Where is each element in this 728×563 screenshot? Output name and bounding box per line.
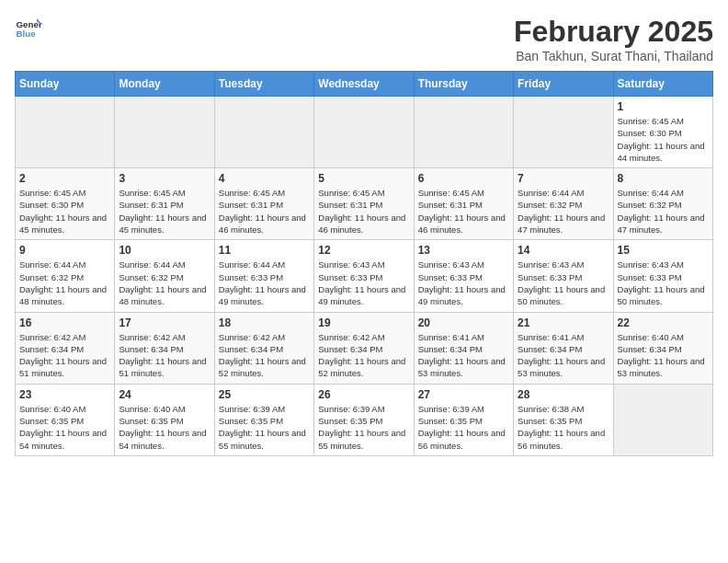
day-number: 13 [418, 244, 509, 257]
weekday-tuesday: Tuesday [214, 72, 313, 97]
main-title: February 2025 [514, 15, 713, 49]
day-info: Sunrise: 6:39 AMSunset: 6:35 PMDaylight:… [318, 403, 409, 452]
day-info: Sunrise: 6:43 AMSunset: 6:33 PMDaylight:… [518, 259, 609, 307]
day-info: Sunrise: 6:43 AMSunset: 6:33 PMDaylight:… [418, 259, 509, 307]
day-number: 16 [19, 316, 110, 329]
calendar-cell: 19Sunrise: 6:42 AMSunset: 6:34 PMDayligh… [314, 312, 414, 384]
calendar-cell: 24Sunrise: 6:40 AMSunset: 6:35 PMDayligh… [115, 384, 214, 455]
day-number: 21 [518, 316, 609, 329]
weekday-header-row: SundayMondayTuesdayWednesdayThursdayFrid… [16, 72, 713, 97]
day-info: Sunrise: 6:39 AMSunset: 6:35 PMDaylight:… [219, 403, 310, 452]
calendar-cell: 4Sunrise: 6:45 AMSunset: 6:31 PMDaylight… [214, 168, 313, 240]
calendar-cell: 14Sunrise: 6:43 AMSunset: 6:33 PMDayligh… [514, 240, 613, 312]
day-number: 19 [318, 316, 409, 329]
calendar-cell: 20Sunrise: 6:41 AMSunset: 6:34 PMDayligh… [414, 312, 513, 384]
calendar-cell: 18Sunrise: 6:42 AMSunset: 6:34 PMDayligh… [214, 312, 313, 384]
day-info: Sunrise: 6:44 AMSunset: 6:32 PMDaylight:… [518, 187, 609, 236]
day-info: Sunrise: 6:41 AMSunset: 6:34 PMDaylight:… [418, 331, 509, 380]
calendar-cell: 11Sunrise: 6:44 AMSunset: 6:33 PMDayligh… [214, 240, 313, 312]
calendar-cell: 17Sunrise: 6:42 AMSunset: 6:34 PMDayligh… [115, 312, 214, 384]
day-info: Sunrise: 6:42 AMSunset: 6:34 PMDaylight:… [318, 331, 409, 380]
calendar-cell [214, 97, 313, 168]
calendar-table: SundayMondayTuesdayWednesdayThursdayFrid… [15, 71, 713, 456]
calendar-cell: 7Sunrise: 6:44 AMSunset: 6:32 PMDaylight… [514, 168, 613, 240]
weekday-wednesday: Wednesday [314, 72, 414, 97]
day-number: 2 [19, 172, 110, 185]
day-number: 18 [219, 316, 310, 329]
day-info: Sunrise: 6:38 AMSunset: 6:35 PMDaylight:… [518, 403, 609, 452]
day-number: 25 [219, 388, 310, 401]
calendar-cell: 16Sunrise: 6:42 AMSunset: 6:34 PMDayligh… [16, 312, 115, 384]
day-number: 26 [318, 388, 409, 401]
day-info: Sunrise: 6:45 AMSunset: 6:31 PMDaylight:… [119, 187, 210, 236]
day-info: Sunrise: 6:44 AMSunset: 6:32 PMDaylight:… [618, 187, 709, 236]
calendar-cell: 8Sunrise: 6:44 AMSunset: 6:32 PMDaylight… [613, 168, 712, 240]
day-number: 24 [119, 388, 210, 401]
calendar-cell [514, 97, 613, 168]
day-info: Sunrise: 6:45 AMSunset: 6:30 PMDaylight:… [19, 187, 110, 236]
calendar-cell [115, 97, 214, 168]
calendar-cell: 28Sunrise: 6:38 AMSunset: 6:35 PMDayligh… [514, 384, 613, 455]
day-info: Sunrise: 6:42 AMSunset: 6:34 PMDaylight:… [19, 331, 110, 380]
day-number: 12 [318, 244, 409, 257]
day-number: 14 [518, 244, 609, 257]
day-info: Sunrise: 6:40 AMSunset: 6:34 PMDaylight:… [618, 331, 709, 380]
weekday-monday: Monday [115, 72, 214, 97]
calendar-cell [414, 97, 513, 168]
calendar-cell: 15Sunrise: 6:43 AMSunset: 6:33 PMDayligh… [613, 240, 712, 312]
day-number: 23 [19, 388, 110, 401]
day-number: 7 [518, 172, 609, 185]
day-info: Sunrise: 6:43 AMSunset: 6:33 PMDaylight:… [318, 259, 409, 307]
day-number: 10 [119, 244, 210, 257]
day-info: Sunrise: 6:44 AMSunset: 6:32 PMDaylight:… [19, 259, 110, 307]
calendar-cell: 12Sunrise: 6:43 AMSunset: 6:33 PMDayligh… [314, 240, 414, 312]
day-info: Sunrise: 6:39 AMSunset: 6:35 PMDaylight:… [418, 403, 509, 452]
day-number: 20 [418, 316, 509, 329]
weekday-sunday: Sunday [16, 72, 115, 97]
week-row-1: 1Sunrise: 6:45 AMSunset: 6:30 PMDaylight… [16, 97, 713, 168]
day-number: 6 [418, 172, 509, 185]
day-number: 11 [219, 244, 310, 257]
day-number: 9 [19, 244, 110, 257]
day-info: Sunrise: 6:45 AMSunset: 6:30 PMDaylight:… [618, 115, 709, 164]
calendar-cell: 26Sunrise: 6:39 AMSunset: 6:35 PMDayligh… [314, 384, 414, 455]
day-number: 5 [318, 172, 409, 185]
calendar-cell: 10Sunrise: 6:44 AMSunset: 6:32 PMDayligh… [115, 240, 214, 312]
week-row-4: 16Sunrise: 6:42 AMSunset: 6:34 PMDayligh… [16, 312, 713, 384]
svg-text:Blue: Blue [17, 29, 37, 39]
header: General Blue February 2025 Ban Takhun, S… [15, 15, 713, 63]
logo: General Blue [15, 15, 42, 42]
day-info: Sunrise: 6:45 AMSunset: 6:31 PMDaylight:… [418, 187, 509, 236]
day-number: 27 [418, 388, 509, 401]
day-info: Sunrise: 6:40 AMSunset: 6:35 PMDaylight:… [119, 403, 210, 452]
day-info: Sunrise: 6:44 AMSunset: 6:32 PMDaylight:… [119, 259, 210, 307]
calendar-cell: 1Sunrise: 6:45 AMSunset: 6:30 PMDaylight… [613, 97, 712, 168]
calendar-cell [16, 97, 115, 168]
day-number: 4 [219, 172, 310, 185]
week-row-2: 2Sunrise: 6:45 AMSunset: 6:30 PMDaylight… [16, 168, 713, 240]
day-number: 15 [618, 244, 709, 257]
subtitle: Ban Takhun, Surat Thani, Thailand [514, 49, 713, 63]
calendar-cell [613, 384, 712, 455]
weekday-thursday: Thursday [414, 72, 513, 97]
day-number: 1 [618, 100, 709, 113]
day-number: 8 [618, 172, 709, 185]
day-number: 3 [119, 172, 210, 185]
calendar-cell [314, 97, 414, 168]
calendar-cell: 5Sunrise: 6:45 AMSunset: 6:31 PMDaylight… [314, 168, 414, 240]
calendar-cell: 22Sunrise: 6:40 AMSunset: 6:34 PMDayligh… [613, 312, 712, 384]
calendar-header: SundayMondayTuesdayWednesdayThursdayFrid… [16, 72, 713, 97]
calendar-cell: 21Sunrise: 6:41 AMSunset: 6:34 PMDayligh… [514, 312, 613, 384]
title-area: February 2025 Ban Takhun, Surat Thani, T… [514, 15, 713, 63]
logo-icon: General Blue [15, 15, 42, 42]
calendar-cell: 13Sunrise: 6:43 AMSunset: 6:33 PMDayligh… [414, 240, 513, 312]
day-info: Sunrise: 6:44 AMSunset: 6:33 PMDaylight:… [219, 259, 310, 307]
weekday-friday: Friday [514, 72, 613, 97]
calendar-cell: 3Sunrise: 6:45 AMSunset: 6:31 PMDaylight… [115, 168, 214, 240]
calendar-cell: 2Sunrise: 6:45 AMSunset: 6:30 PMDaylight… [16, 168, 115, 240]
calendar-cell: 25Sunrise: 6:39 AMSunset: 6:35 PMDayligh… [214, 384, 313, 455]
calendar-cell: 9Sunrise: 6:44 AMSunset: 6:32 PMDaylight… [16, 240, 115, 312]
weekday-saturday: Saturday [613, 72, 712, 97]
day-info: Sunrise: 6:45 AMSunset: 6:31 PMDaylight:… [318, 187, 409, 236]
week-row-5: 23Sunrise: 6:40 AMSunset: 6:35 PMDayligh… [16, 384, 713, 455]
